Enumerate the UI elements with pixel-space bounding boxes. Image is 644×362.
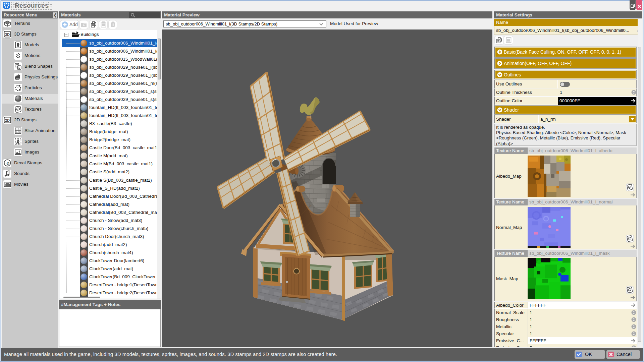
svg-text:3D: 3D [5, 33, 10, 37]
svg-text:2D: 2D [5, 118, 10, 122]
svg-text:D: D [7, 161, 9, 165]
